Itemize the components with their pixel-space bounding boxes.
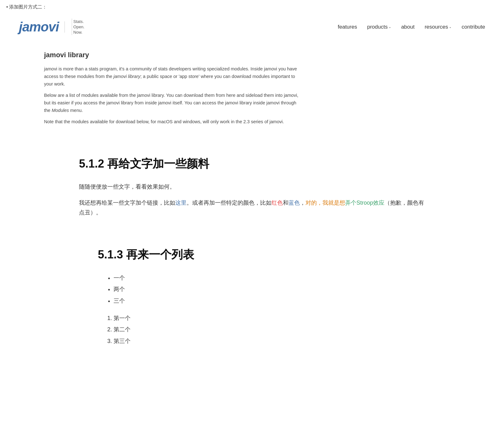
nav-contribute[interactable]: contribute [462,23,485,31]
section-513-heading: 5.1.3 再来一个列表 [98,246,406,264]
nav-resources-dropdown: resources ⌄ [425,23,452,31]
section-512-heading: 5.1.2 再给文字加一些颜料 [79,155,425,173]
nav-about[interactable]: about [401,23,415,31]
section-513: 5.1.3 再来一个列表 一个 两个 三个 第一个 第二个 第三个 [79,224,425,366]
section-512-paragraph1: 随随便便放一些文字，看看效果如何。 [79,182,425,192]
library-section: jamovi library jamovi is more than a sta… [0,43,504,139]
nav-resources[interactable]: resources ⌄ [425,23,452,31]
products-chevron-icon: ⌄ [389,25,391,30]
library-paragraph1: jamovi is more than a stats program, it'… [44,65,302,88]
logo-tagline: Stats. Open. Now. [72,19,84,35]
top-note-text: 添加图片方式二： [9,4,47,9]
ordered-item-2: 第二个 [114,325,406,334]
bullet-item-2: 两个 [114,285,406,294]
ordered-list: 第一个 第二个 第三个 [98,313,406,346]
nav-features[interactable]: features [338,23,357,31]
nav-products[interactable]: products ⌄ [367,23,391,31]
resources-chevron-icon: ⌄ [449,25,451,30]
tagline-line1: Stats. [73,19,84,25]
top-note: • 添加图片方式二： [0,0,504,11]
text-blue: 蓝色 [288,200,300,206]
tagline-line2: Open. [73,25,84,30]
section-512-paragraph2: 我还想再给某一些文字加个链接，比如这里。或者再加一些特定的颜色，比如红色和蓝色，… [79,198,425,217]
text-red: 红色 [272,200,283,206]
nav-resources-label: resources [425,23,448,31]
main-nav: features products ⌄ about resources ⌄ co… [338,23,485,31]
nav-products-dropdown: products ⌄ [367,23,391,31]
ordered-item-3: 第三个 [114,336,406,346]
bullet-item-1: 一个 [114,273,406,283]
bullet-symbol: • [6,4,9,9]
logo-divider [64,21,65,33]
bullet-list: 一个 两个 三个 [98,273,406,306]
logo-text[interactable]: jamovi [19,16,59,37]
text-green-stroop: 弄个Stroop效应 [345,200,384,206]
logo-area: jamovi Stats. Open. Now. [19,16,84,37]
section-512: 5.1.2 再给文字加一些颜料 随随便便放一些文字，看看效果如何。 我还想再给某… [79,139,425,217]
library-paragraph2: Below are a list of modules available fr… [44,92,302,114]
library-paragraph3: Note that the modules available for down… [44,118,302,126]
header: jamovi Stats. Open. Now. features produc… [0,11,504,43]
text-orange-start: 对的，我就是想 [305,200,345,206]
ordered-item-1: 第一个 [114,313,406,323]
library-title: jamovi library [44,49,460,60]
library-italic2: Modules [52,108,69,113]
nav-products-label: products [367,23,388,31]
inline-link[interactable]: 这里 [175,200,187,206]
tagline-line3: Now. [73,30,84,35]
bullet-item-3: 三个 [114,296,406,306]
library-italic1: jamovi library [114,74,140,79]
